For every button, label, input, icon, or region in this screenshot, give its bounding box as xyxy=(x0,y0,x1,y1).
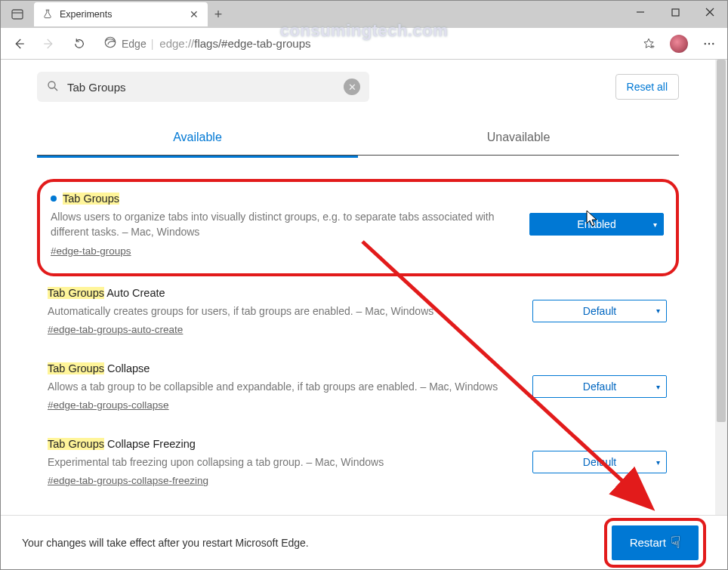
svg-line-16 xyxy=(54,88,57,91)
reset-all-button[interactable]: Reset all xyxy=(615,74,679,100)
titlebar: Experiments ✕ + xyxy=(1,1,727,28)
scrollbar[interactable] xyxy=(715,60,727,515)
minimize-button[interactable] xyxy=(623,1,658,23)
edge-logo-icon xyxy=(103,35,117,51)
footer-text: Your changes will take effect after you … xyxy=(22,537,309,549)
browser-window: Experiments ✕ + Edge | xyxy=(0,0,728,570)
svg-rect-4 xyxy=(672,9,679,16)
flag-item: Tab GroupsAllows users to organize tabs … xyxy=(37,179,679,276)
tab-available[interactable]: Available xyxy=(37,120,358,155)
maximize-button[interactable] xyxy=(658,1,693,23)
chevron-down-icon: ▾ xyxy=(656,458,660,467)
menu-button[interactable] xyxy=(696,30,723,57)
search-icon xyxy=(46,79,60,95)
search-clear-icon[interactable]: ✕ xyxy=(344,79,360,95)
flag-title: Tab Groups Auto Create xyxy=(48,287,165,299)
flag-description: Automatically creates groups for users, … xyxy=(48,303,514,319)
tab-unavailable[interactable]: Unavailable xyxy=(358,120,679,155)
toolbar: Edge | edge://flags/#edge-tab-groups xyxy=(1,28,727,60)
cursor-hand-icon: ☟ xyxy=(671,533,680,553)
close-window-button[interactable] xyxy=(693,1,727,23)
tab-close-icon[interactable]: ✕ xyxy=(188,8,200,20)
svg-rect-0 xyxy=(12,10,23,19)
flag-select[interactable]: Enabled▾ xyxy=(529,213,664,236)
tab-underline xyxy=(37,156,358,158)
chevron-down-icon: ▾ xyxy=(656,307,660,315)
address-bar[interactable]: Edge | edge://flags/#edge-tab-groups xyxy=(96,32,632,56)
new-tab-button[interactable]: + xyxy=(208,2,229,26)
restart-footer: Your changes will take effect after you … xyxy=(1,515,727,569)
flask-icon xyxy=(42,8,54,20)
flags-search-box[interactable]: ✕ xyxy=(37,72,369,102)
flag-title: Tab Groups Collapse Freezing xyxy=(48,438,196,450)
flag-hash-link[interactable]: #edge-tab-groups-collapse xyxy=(48,399,169,411)
chevron-down-icon: ▾ xyxy=(656,383,660,391)
svg-point-13 xyxy=(708,42,710,44)
svg-point-14 xyxy=(712,42,714,44)
flag-item: Tab Groups Auto CreateAutomatically crea… xyxy=(37,276,679,352)
flag-select[interactable]: Default▾ xyxy=(532,375,667,398)
flag-hash-link[interactable]: #edge-tab-groups xyxy=(51,245,131,257)
profile-avatar[interactable] xyxy=(665,30,693,57)
url-text: edge://flags/#edge-tab-groups xyxy=(159,37,310,50)
flag-description: Allows a tab group to be collapsible and… xyxy=(48,379,514,394)
restart-label: Restart xyxy=(630,536,666,549)
scrollbar-thumb[interactable] xyxy=(717,60,726,422)
browser-tab[interactable]: Experiments ✕ xyxy=(34,2,208,26)
flag-description: Allows users to organize tabs into visua… xyxy=(51,209,511,240)
svg-point-12 xyxy=(705,42,706,44)
chevron-down-icon: ▾ xyxy=(653,220,657,229)
flag-description: Experimental tab freezing upon collapsin… xyxy=(48,454,514,470)
tab-title: Experiments xyxy=(60,9,182,20)
flags-tabs: Available Unavailable xyxy=(37,120,679,156)
svg-point-15 xyxy=(48,82,55,88)
content-area: ✕ Reset all Available Unavailable Tab Gr… xyxy=(1,60,727,515)
bullet-icon xyxy=(51,196,57,202)
flags-list: Tab GroupsAllows users to organize tabs … xyxy=(37,158,679,503)
flag-item: Tab Groups CollapseAllows a tab group to… xyxy=(37,352,679,427)
forward-button[interactable] xyxy=(35,30,63,57)
restart-button[interactable]: Restart ☟ xyxy=(612,525,699,560)
flag-select[interactable]: Default▾ xyxy=(532,300,667,322)
search-input[interactable] xyxy=(67,81,336,94)
flag-select[interactable]: Default▾ xyxy=(532,451,667,473)
refresh-button[interactable] xyxy=(66,30,93,57)
flag-hash-link[interactable]: #edge-tab-groups-auto-create xyxy=(48,324,183,335)
flag-title: Tab Groups xyxy=(63,193,119,205)
flag-title: Tab Groups Collapse xyxy=(48,362,150,374)
tab-actions-icon[interactable] xyxy=(5,2,29,26)
back-button[interactable] xyxy=(5,30,32,57)
favorites-button[interactable] xyxy=(635,30,662,57)
flag-item: Tab Groups Collapse FreezingExperimental… xyxy=(37,427,679,503)
restart-highlight: Restart ☟ xyxy=(604,518,706,568)
flag-hash-link[interactable]: #edge-tab-groups-collapse-freezing xyxy=(48,475,208,486)
edge-label: Edge xyxy=(122,38,147,50)
